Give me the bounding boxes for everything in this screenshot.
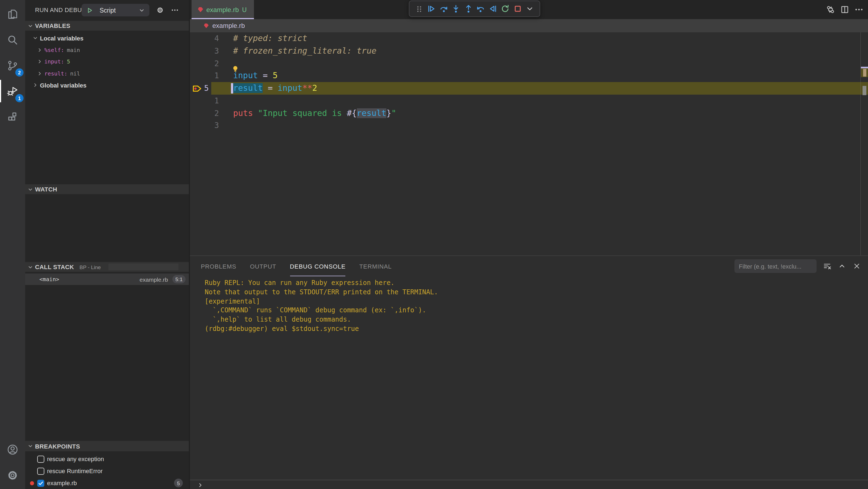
activity-search-button[interactable]	[0, 27, 25, 53]
activity-explorer-button[interactable]	[0, 1, 25, 27]
close-panel-icon[interactable]	[853, 262, 861, 270]
breakpoint-count-badge: 5	[174, 479, 183, 487]
step-back-icon	[476, 4, 485, 13]
continue-button[interactable]	[427, 4, 436, 13]
tab-filename: example.rb	[206, 6, 239, 13]
watch-section-header[interactable]: WATCH	[25, 184, 189, 194]
console-filter-input[interactable]	[735, 259, 816, 273]
debug-current-frame-icon	[193, 85, 202, 92]
debug-console-output: Ruby REPL: You can run any Ruby expressi…	[205, 279, 438, 334]
open-changes-icon[interactable]	[826, 5, 835, 14]
activity-source-control-button[interactable]: 2	[0, 53, 25, 78]
code-line[interactable]: 2puts "Input squared is #{result}"	[190, 107, 868, 120]
breakpoint-checkbox[interactable]	[37, 467, 44, 475]
close-icon[interactable]	[250, 6, 251, 13]
code-line[interactable]: 5result = input**2	[190, 82, 868, 95]
frame-name: <main>	[39, 276, 140, 282]
repl-prompt-icon[interactable]	[197, 482, 204, 488]
breakpoint-row[interactable]: rescue RuntimeError	[25, 465, 189, 477]
panel-tab-label: PROBLEMS	[201, 263, 236, 269]
breakpoint-checkbox[interactable]	[37, 455, 44, 462]
sidebar-title: RUN AND DEBUG	[35, 6, 87, 13]
step-out-button[interactable]	[464, 4, 473, 13]
split-editor-icon[interactable]	[840, 5, 849, 14]
panel-tab-terminal[interactable]: TERMINAL	[359, 256, 392, 276]
console-line: [experimental]	[205, 297, 438, 306]
drag-button[interactable]	[414, 4, 424, 13]
more-actions-icon[interactable]	[854, 5, 864, 14]
code-editor[interactable]: 4# typed: strict3# frozen_string_literal…	[190, 32, 868, 255]
start-debug-icon[interactable]	[87, 7, 93, 13]
call-stack-progress-track	[108, 264, 178, 270]
gripper-icon	[414, 4, 423, 13]
clear-console-icon[interactable]	[823, 262, 831, 270]
variables-group-row[interactable]: Global variables	[25, 79, 189, 91]
code-line[interactable]: 1	[190, 95, 868, 107]
code-line-text: result = input**2	[233, 82, 317, 95]
reverse-continue-button[interactable]	[488, 4, 497, 13]
variable-row[interactable]: result:nil	[25, 68, 189, 79]
step-over-icon	[439, 4, 448, 13]
activity-settings-button[interactable]	[0, 462, 25, 488]
more-button[interactable]	[525, 4, 534, 13]
code-line[interactable]: 3# frozen_string_literal: true	[190, 45, 868, 58]
variables-section-header[interactable]: VARIABLES	[25, 21, 189, 31]
search-icon	[6, 33, 19, 46]
frame-location-badge: 5:1	[173, 275, 186, 283]
call-stack-frame[interactable]: <main>example.rb5:1	[25, 273, 189, 285]
breakpoint-row[interactable]: rescue any exception	[25, 453, 189, 465]
account-icon	[6, 443, 19, 456]
overview-ruler[interactable]	[860, 32, 868, 255]
breakpoints-section-header[interactable]: BREAKPOINTS	[25, 441, 189, 451]
code-line[interactable]: 3	[190, 120, 868, 132]
more-actions-icon[interactable]	[171, 6, 179, 14]
debug-settings-gear-icon[interactable]	[156, 6, 164, 14]
variables-group-row[interactable]: Local variables	[25, 32, 189, 44]
activity-run-and-debug-button[interactable]: 1	[0, 78, 25, 104]
call-stack-section-header[interactable]: CALL STACK BP - Line	[25, 262, 189, 272]
code-line-text: puts "Input squared is #{result}"	[233, 107, 396, 120]
activity-accounts-button[interactable]	[0, 436, 25, 462]
step-into-button[interactable]	[451, 4, 461, 13]
panel-tab-output[interactable]: OUTPUT	[250, 256, 276, 276]
restart-button[interactable]	[500, 4, 510, 13]
sidebar-header: RUN AND DEBUG Script	[25, 0, 189, 20]
code-line[interactable]: 4# typed: strict	[190, 32, 868, 45]
section-label: CALL STACK	[35, 264, 74, 270]
variable-row[interactable]: input:5	[25, 56, 189, 68]
panel-tab-debug-console[interactable]: DEBUG CONSOLE	[290, 256, 346, 276]
variable-row[interactable]: %self:main	[25, 44, 189, 56]
breadcrumb[interactable]: example.rb	[190, 19, 868, 32]
stop-icon	[513, 4, 522, 13]
activity-bar-bottom	[0, 436, 25, 488]
tab-example-rb[interactable]: example.rb U	[191, 0, 254, 19]
chevron-right-icon	[37, 71, 43, 76]
code-line[interactable]: 1input = 5	[190, 70, 868, 82]
stop-button[interactable]	[513, 4, 522, 13]
chevron-down-icon	[138, 7, 145, 13]
ruler-word-highlight-mark	[863, 86, 866, 95]
maximize-panel-icon[interactable]	[838, 262, 846, 270]
call-stack-list: <main>example.rb5:1	[25, 273, 189, 285]
lightbulb-icon	[231, 65, 239, 73]
breakpoint-row[interactable]: example.rb5	[25, 477, 189, 489]
launch-config-label: Script	[100, 7, 138, 13]
variables-group-label: Global variables	[40, 82, 87, 89]
text-cursor	[231, 83, 233, 93]
ruler-modified-mark	[863, 69, 866, 76]
vscode-window: 21 RUN AND DEBUG Script VARIABLES Local …	[0, 0, 868, 489]
step-back-button[interactable]	[476, 4, 485, 13]
continue-icon	[427, 4, 436, 13]
line-number: 3	[190, 45, 219, 58]
ruby-file-icon	[197, 6, 204, 12]
activity-extensions-button[interactable]	[0, 104, 25, 130]
step-over-button[interactable]	[439, 4, 448, 13]
console-line: Note that output to the STDOUT/ERR print…	[205, 288, 438, 297]
chevron-down-icon	[27, 186, 33, 192]
variables-group-label: Local variables	[40, 35, 84, 41]
panel-tab-problems[interactable]: PROBLEMS	[201, 256, 236, 276]
code-line[interactable]: 2	[190, 57, 868, 70]
launch-config-dropdown[interactable]: Script	[82, 4, 149, 17]
breakpoint-checkbox[interactable]	[37, 480, 44, 487]
panel-tab-label: TERMINAL	[359, 263, 392, 269]
